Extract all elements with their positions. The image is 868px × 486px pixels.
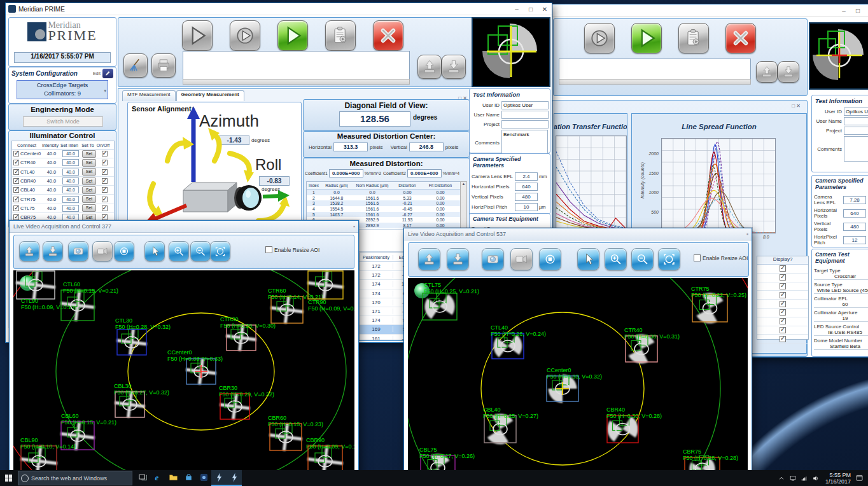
illuminator-row[interactable]: CTL7540.040.0Set [12,204,114,213]
set-intensity-input[interactable]: 40.0 [62,169,79,176]
checkbox-icon[interactable] [694,254,701,261]
set-button[interactable]: Set [82,159,96,167]
param-value[interactable]: 7.28 [843,196,866,204]
illuminator-row[interactable]: CCenter040.040.0Set [12,149,114,158]
store-button[interactable] [181,470,196,485]
user-name-field[interactable] [501,111,549,119]
set-button[interactable]: Set [82,195,96,203]
onoff-checkbox[interactable] [102,160,108,165]
network-icon[interactable] [799,471,810,485]
display-row[interactable] [757,282,808,291]
display-row[interactable] [757,300,808,309]
image-upload-button[interactable] [418,248,440,270]
record-button[interactable] [510,248,533,270]
videoA-live-view[interactable]: CTL90F50 (H=0.09, V=0.13)CTL60F50 (H=0.1… [13,270,354,480]
window2-status-textarea[interactable] [559,59,751,80]
equip-value[interactable]: 19 [814,316,868,322]
display-checkbox[interactable] [780,336,786,342]
set-intensity-input[interactable]: 40.0 [62,205,79,212]
pin-icon[interactable]: □ [792,103,795,109]
live-video-window-377[interactable]: Live Video Acquisition and Control 377 ▪… [9,220,359,483]
close-icon[interactable]: ▪ [353,223,355,230]
column-header[interactable]: On/Off [96,143,110,148]
close-icon[interactable]: ✕ [538,6,552,13]
edge-browser-button[interactable]: e [150,470,165,485]
illuminator-row[interactable]: CTR7540.040.0Set [12,195,114,204]
window2-titlebar[interactable]: – □ [548,4,868,17]
live-video-window-537[interactable]: Live Video Acquisition and Control 537 ▪… [403,228,752,483]
onoff-checkbox[interactable] [102,187,108,193]
display-checkbox[interactable] [780,265,786,272]
column-header[interactable]: Fit Distortion [423,183,458,188]
clear-button[interactable] [123,53,148,78]
param-value[interactable]: 12 [843,236,866,244]
videoA-titlebar[interactable]: Live Video Acquisition and Control 377 ▪ [10,221,358,233]
connect-checkbox[interactable] [13,187,19,193]
table-row[interactable]: 21644.81561.65.330.00 [307,195,461,201]
param-value[interactable]: 480 [843,223,866,231]
search-box[interactable]: Search the web and Windows [18,471,132,485]
table-row[interactable]: 31538.21561.6-0.210.00 [307,200,461,206]
table-row[interactable]: 10.00.00.000.00 [307,190,461,195]
pointer-tool-button[interactable] [144,241,165,261]
meridian-app-2-button[interactable] [227,470,242,486]
set-intensity-input[interactable]: 40.0 [62,150,79,157]
tray-expand-button[interactable] [776,471,787,485]
project-field[interactable] [501,120,549,128]
report-button[interactable] [325,20,356,51]
connect-checkbox[interactable] [13,178,19,184]
window1-titlebar[interactable]: Meridian PRIME – □ ✕ [6,3,552,15]
videoB-live-view[interactable]: CTL75F50 (H=0.25, V=0.21)CTL40F50 (H=0.2… [408,278,748,480]
close-icon[interactable]: ✕ [796,103,801,109]
display-checkbox[interactable] [780,301,786,307]
coefficient2-value[interactable]: 0.000E+000 [407,169,442,177]
zoom-out-button[interactable] [190,241,211,261]
display-column-header[interactable]: Display? [757,256,808,265]
close-icon[interactable]: ▪ [746,231,748,237]
connect-checkbox[interactable] [13,160,19,165]
connect-checkbox[interactable] [13,205,19,211]
set-button[interactable]: Set [82,186,96,194]
user-id-field[interactable] [844,108,868,116]
display-row[interactable] [757,326,808,335]
enable-resize-aoi-checkbox[interactable]: Enable Resize AOI [694,254,748,261]
action-center-button[interactable] [855,473,864,483]
equip-value[interactable]: Starfield Beta [814,344,868,350]
comments-field[interactable]: Benchmark [501,130,548,155]
column-header[interactable]: Index [307,183,321,188]
image-upload-button[interactable] [19,241,39,261]
zoom-fit-button[interactable] [210,241,230,261]
column-header[interactable]: Distortion [392,183,423,188]
param-value[interactable]: 640 [515,183,538,191]
meridian-app-1-button[interactable] [211,470,227,486]
coefficient1-value[interactable]: 0.000E+000 [329,169,363,177]
tray-display-icon[interactable] [787,471,799,485]
file-explorer-button[interactable] [165,470,181,485]
zoom-fit-button[interactable] [658,248,680,270]
onoff-checkbox[interactable] [102,214,108,220]
zoom-in-button[interactable] [605,248,627,270]
search-input[interactable]: Search the web and Windows [31,475,107,482]
user-id-field[interactable] [501,101,549,109]
comments-field[interactable] [844,136,868,162]
record-button[interactable] [92,241,113,261]
equip-value[interactable]: Crosshair [814,274,868,280]
column-header[interactable]: PeakIntensity [360,255,393,260]
illuminator-row[interactable]: CTL4040.040.0Set [12,168,114,177]
panel-controls[interactable]: □ ✕ [792,103,801,109]
connect-checkbox[interactable] [13,214,19,220]
run-single-button[interactable] [230,20,260,51]
display-row[interactable] [757,317,808,326]
set-button[interactable]: Set [82,204,96,212]
clock[interactable]: 5:55 PM 1/16/2017 [825,472,851,485]
display-checkbox[interactable] [780,274,786,281]
table-row[interactable]: 41554.51561.6-0.450.00 [307,206,461,212]
save-button[interactable] [442,55,466,79]
display-checkbox[interactable] [780,292,786,298]
image-download-button[interactable] [447,248,469,270]
onoff-checkbox[interactable] [102,205,108,211]
window2-status-scrollbar[interactable] [559,79,751,85]
connect-checkbox[interactable] [13,151,19,156]
checkbox-icon[interactable] [265,246,272,253]
set-button[interactable]: Set [82,150,96,158]
